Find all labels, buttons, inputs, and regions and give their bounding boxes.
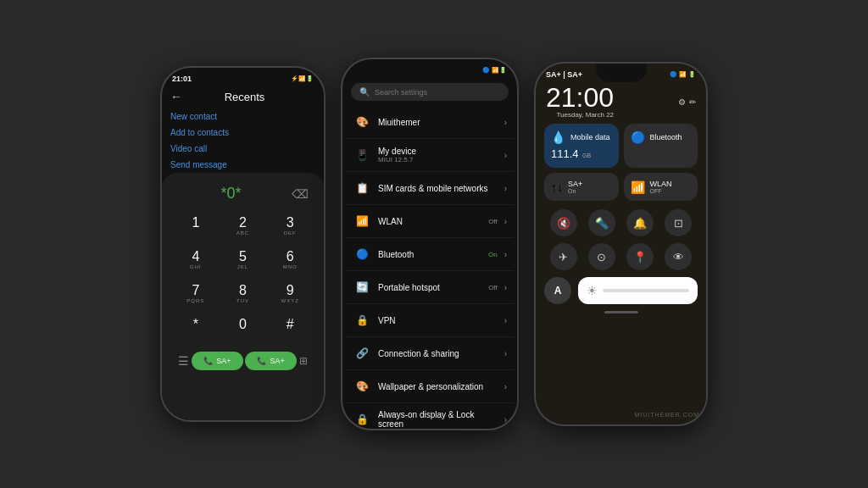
screen-1: 21:01 ⚡📶🔋 ← Recents New contact Add to c… [162,68,324,420]
hotspot-status: Off [488,284,498,291]
hotspot-icon: 🔄 [353,278,371,297]
dial-key-7[interactable]: 7PQRS [174,279,218,309]
cc-icon-row-2: ✈ ⊙ 📍 👁 [536,240,706,274]
settings-item-mydevice[interactable]: 📱 My device MIUI 12.5.7 › [346,139,514,172]
settings-text-aod: Always-on display & Lock screen [378,410,498,429]
dial-key-4[interactable]: 4GHI [174,245,218,275]
settings-item-connection-sharing[interactable]: 🔗 Connection & sharing › [346,337,514,370]
video-call-button[interactable]: Video call [170,144,315,153]
settings-text-connection: Connection & sharing [378,349,498,358]
bluetooth-icon: 🔵 [353,245,371,263]
dial-key-star[interactable]: * [174,313,218,343]
call-label-1: SA+ [216,357,231,365]
aod-icon: 🔒 [353,410,371,429]
back-button[interactable]: ← [170,90,182,103]
cc-bottom-row: A ☀ [536,274,706,308]
cc-tile-mobile-data[interactable]: 💧 Mobile data 111.4 GB [544,124,619,168]
chevron-icon-9: › [504,415,507,424]
bluetooth-status: On [488,251,498,258]
send-message-button[interactable]: Send message [170,160,315,169]
vpn-icon: 🔒 [353,311,371,330]
notch-3 [596,64,647,82]
edit-icon-3[interactable]: ✏ [689,97,696,107]
backspace-button[interactable]: ⌫ [292,187,309,201]
flashlight-button[interactable]: 🔦 [588,209,615,236]
status-icons-3: 🔵 📶 🔋 [670,71,696,78]
cc-tile-bluetooth[interactable]: 🔵 Bluetooth [624,124,698,168]
screencast-button[interactable]: ⊡ [665,209,692,236]
status-icons-2: 🔵 📶🔋 [482,67,507,74]
menu-icon[interactable]: ☰ [178,354,189,368]
settings-item-hotspot[interactable]: 🔄 Portable hotspot Off › [346,271,514,304]
search-input[interactable] [375,88,500,97]
call-button-2[interactable]: 📞 SA+ [245,352,296,370]
eye-button[interactable]: 👁 [665,243,692,270]
settings-text-vpn: VPN [378,316,498,325]
dial-key-5[interactable]: 5JKL [221,245,265,275]
airplane-button[interactable]: ✈ [550,243,577,270]
settings-text-hotspot: Portable hotspot [378,283,481,292]
sa-text: SA+ On [568,180,582,194]
add-to-contacts-button[interactable]: Add to contacts [170,128,315,137]
settings-item-miuithemer[interactable]: 🎨 Miuithemer › [346,106,514,139]
status-time-1: 21:01 [172,75,192,83]
settings-text-wallpaper: Wallpaper & personalization [378,382,498,391]
settings-text-mydevice: My device MIUI 12.5.7 [378,147,498,164]
accessibility-button[interactable]: A [544,277,571,304]
dial-bottom: ☰ 📞 SA+ 📞 SA+ ⊞ [169,347,317,374]
dial-key-hash[interactable]: # [268,313,312,343]
brightness-slider[interactable]: ☀ [578,277,698,304]
phone-1: 21:01 ⚡📶🔋 ← Recents New contact Add to c… [160,66,326,422]
call-button-1[interactable]: 📞 SA+ [192,352,242,370]
settings-text-miuithemer: Miuithemer [378,118,498,127]
settings-item-bluetooth[interactable]: 🔵 Bluetooth On › [346,238,514,271]
dial-grid: 1 2ABC 3DEF 4GHI 5JKL 6MNO 7PQRS 8TUV 9W… [169,208,317,347]
new-contact-button[interactable]: New contact [170,112,315,121]
dial-key-3[interactable]: 3DEF [268,211,312,241]
dial-key-9[interactable]: 9WXYZ [268,279,312,309]
keypad-icon[interactable]: ⊞ [299,355,308,367]
settings-item-vpn[interactable]: 🔒 VPN › [346,304,514,337]
bell-button[interactable]: 🔔 [626,209,654,236]
call-label-2: SA+ [270,357,284,365]
dial-key-2[interactable]: 2ABC [221,211,265,241]
cc-tile-sa[interactable]: ↑↓ SA+ On [544,173,619,201]
cc-grid: 💧 Mobile data 111.4 GB 🔵 Bluetooth ↑↓ [536,119,706,206]
settings-item-aod[interactable]: 🔒 Always-on display & Lock screen › [346,403,514,429]
mute-button[interactable]: 🔇 [550,209,577,236]
cc-tile-wlan[interactable]: 📶 WLAN OFF [624,173,698,201]
chevron-icon-3: › [504,217,507,226]
dial-key-6[interactable]: 6MNO [268,245,312,275]
search-icon: 🔍 [359,87,370,97]
settings-text-wlan: WLAN [378,217,481,226]
settings-text-bluetooth: Bluetooth [378,250,481,259]
cc-icon-row-1: 🔇 🔦 🔔 ⊡ [536,206,706,240]
dial-key-1[interactable]: 1 [174,211,218,241]
screen-3: SA+ | SA+ 🔵 📶 🔋 21:00 Tuesday, March 22 … [536,64,706,424]
cc-tile-mobile-row: 💧 Mobile data [551,130,612,144]
screen-2: 🔵 📶🔋 🔍 🎨 Miuithemer › 📱 My device MIUI 1… [342,59,517,429]
settings-item-sim[interactable]: 📋 SIM cards & mobile networks › [346,172,514,205]
cc-tile-mobile-value: 111.4 GB [551,146,612,161]
chevron-icon-2: › [504,184,507,193]
settings-list: 🎨 Miuithemer › 📱 My device MIUI 12.5.7 ›… [342,106,517,429]
location-button[interactable]: 📍 [626,243,654,270]
cc-time: 21:00 [546,84,614,111]
auto-brightness-button[interactable]: ⊙ [588,243,615,270]
dial-key-0[interactable]: 0 [221,313,265,343]
chevron-icon-5: › [504,283,507,292]
home-bar [604,311,638,313]
sa-icon: ↑↓ [551,180,563,194]
connectivity-icons-3: 🔵 📶 🔋 [670,71,696,78]
settings-icon-3[interactable]: ⚙ [678,97,686,107]
settings-item-wallpaper[interactable]: 🎨 Wallpaper & personalization › [346,370,514,403]
cc-tile-sa-row: ↑↓ SA+ On [551,180,612,194]
battery-icon-1: ⚡📶🔋 [291,75,314,82]
dialer-number: *0* [177,185,285,202]
mydevice-icon: 📱 [353,146,371,164]
search-bar[interactable]: 🔍 [351,83,509,101]
settings-item-wlan[interactable]: 📶 WLAN Off › [346,205,514,238]
dial-key-8[interactable]: 8TUV [221,279,265,309]
status-icons-1: ⚡📶🔋 [291,75,314,82]
brightness-icon: ☀ [587,284,598,297]
